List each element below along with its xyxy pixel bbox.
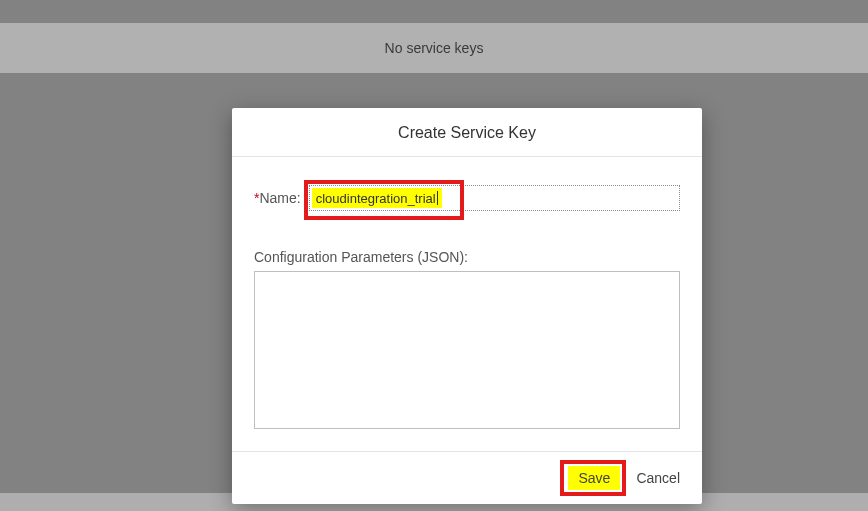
config-textarea[interactable] — [254, 271, 680, 429]
dialog-title: Create Service Key — [232, 108, 702, 157]
no-service-keys-text: No service keys — [385, 40, 484, 56]
save-button[interactable]: Save — [568, 466, 620, 490]
dialog-body: *Name: cloudintegration_trial Configurat… — [232, 157, 702, 451]
config-section: Configuration Parameters (JSON): — [254, 249, 680, 433]
create-service-key-dialog: Create Service Key *Name: cloudintegrati… — [232, 108, 702, 504]
name-label-group: *Name: — [254, 189, 301, 207]
config-label: Configuration Parameters (JSON): — [254, 249, 680, 265]
dialog-footer: Save Cancel — [232, 451, 702, 504]
save-button-wrapper: Save — [568, 466, 620, 490]
name-label: Name: — [259, 190, 300, 206]
no-service-keys-banner: No service keys — [0, 23, 868, 73]
name-input-wrapper[interactable]: cloudintegration_trial — [309, 185, 680, 211]
cancel-button[interactable]: Cancel — [632, 466, 684, 490]
name-row: *Name: cloudintegration_trial — [254, 185, 680, 211]
